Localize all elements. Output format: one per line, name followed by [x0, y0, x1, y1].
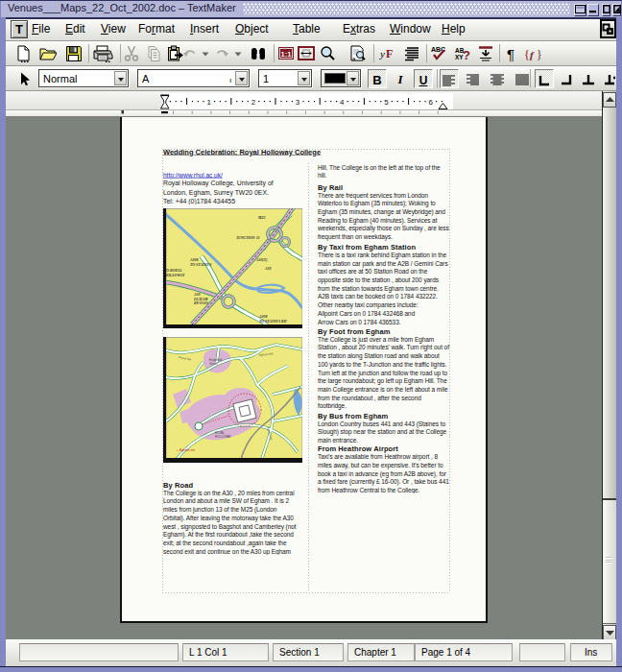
svg-text:TO STAINES: TO STAINES: [190, 263, 211, 267]
svg-text:4: 4: [340, 98, 345, 107]
svg-text:5: 5: [384, 98, 389, 107]
svg-text:A308: A308: [189, 258, 198, 262]
svg-text:f: f: [530, 49, 535, 60]
svg-text:A30: A30: [193, 293, 201, 297]
svg-text:¶: ¶: [507, 46, 514, 62]
svg-text:A30: A30: [264, 267, 272, 271]
svg-text:JUNCTION 13: JUNCTION 13: [236, 236, 260, 240]
svg-text:F: F: [386, 47, 393, 60]
svg-text:BY-PASS: BY-PASS: [193, 301, 208, 305]
svg-text:HOLLOWAY: HOLLOWAY: [163, 274, 185, 277]
svg-text:}: }: [537, 48, 542, 61]
svg-text:y: y: [379, 48, 385, 60]
svg-text:EGHAM: EGHAM: [193, 298, 208, 301]
svg-text:3: 3: [296, 98, 300, 107]
svg-text:Green: Green: [209, 362, 218, 366]
svg-text:A30(T): A30(T): [255, 258, 268, 262]
svg-text:2: 2: [251, 98, 256, 107]
svg-text:TO STAINES RD: TO STAINES RD: [259, 320, 287, 324]
svg-text:1:1: 1:1: [281, 50, 292, 59]
svg-text:TO ROYAL: TO ROYAL: [164, 269, 182, 273]
svg-text:A308: A308: [258, 315, 267, 319]
svg-text:1: 1: [206, 98, 211, 107]
svg-text:+ Egham stn: + Egham stn: [177, 448, 195, 452]
svg-text:?: ?: [463, 48, 470, 62]
svg-text:HOLLOWAY: HOLLOWAY: [215, 435, 231, 439]
svg-text:6: 6: [428, 98, 433, 107]
svg-text:M25: M25: [257, 216, 265, 220]
svg-text:{: {: [524, 48, 530, 61]
